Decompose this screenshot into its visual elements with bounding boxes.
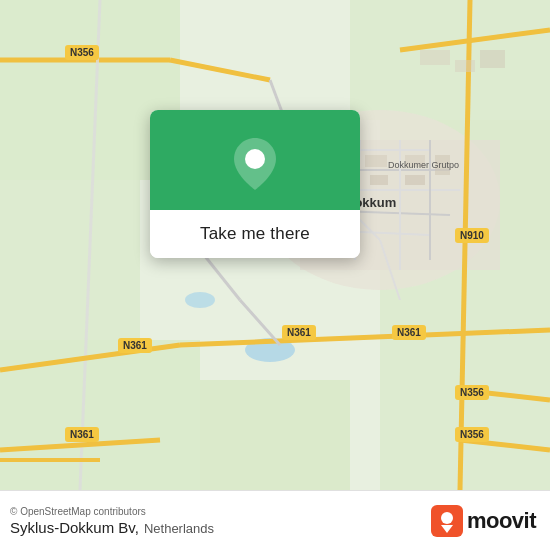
- moovit-icon: [431, 505, 463, 537]
- svg-rect-2: [0, 180, 140, 340]
- footer-left: © OpenStreetMap contributors Syklus-Dokk…: [10, 506, 214, 536]
- svg-point-50: [245, 149, 265, 169]
- road-label-n356-top: N356: [65, 45, 99, 60]
- popup-card: Take me there: [150, 110, 360, 258]
- footer: © OpenStreetMap contributors Syklus-Dokk…: [0, 490, 550, 550]
- svg-rect-42: [405, 155, 425, 167]
- moovit-text: moovit: [467, 508, 536, 534]
- road-label-n361-right: N361: [392, 325, 426, 340]
- popup-header: [150, 110, 360, 210]
- road-label-n361-bottom: N361: [65, 427, 99, 442]
- road-label-n356-br: N356: [455, 385, 489, 400]
- road-label-n910: N910: [455, 228, 489, 243]
- location-name: Syklus-Dokkum Bv,: [10, 519, 139, 536]
- location-country: Netherlands: [144, 521, 214, 536]
- svg-rect-4: [200, 380, 350, 490]
- svg-rect-45: [405, 175, 425, 185]
- road-label-n356-br2: N356: [455, 427, 489, 442]
- location-pin-icon: [233, 138, 277, 190]
- svg-point-52: [441, 512, 453, 524]
- svg-rect-41: [365, 155, 387, 167]
- svg-rect-48: [455, 60, 475, 72]
- svg-rect-44: [370, 175, 388, 185]
- osm-attribution: © OpenStreetMap contributors: [10, 506, 214, 517]
- take-me-there-button[interactable]: Take me there: [150, 210, 360, 258]
- svg-rect-47: [420, 50, 450, 65]
- moovit-logo: moovit: [431, 505, 536, 537]
- svg-rect-46: [435, 155, 450, 175]
- road-label-n361-left: N361: [118, 338, 152, 353]
- svg-rect-49: [480, 50, 505, 68]
- map-container[interactable]: N356 N910 N361 N361 N361 N356 N356 N361 …: [0, 0, 550, 490]
- svg-rect-3: [0, 340, 200, 490]
- svg-point-11: [185, 292, 215, 308]
- road-label-n361-mid: N361: [282, 325, 316, 340]
